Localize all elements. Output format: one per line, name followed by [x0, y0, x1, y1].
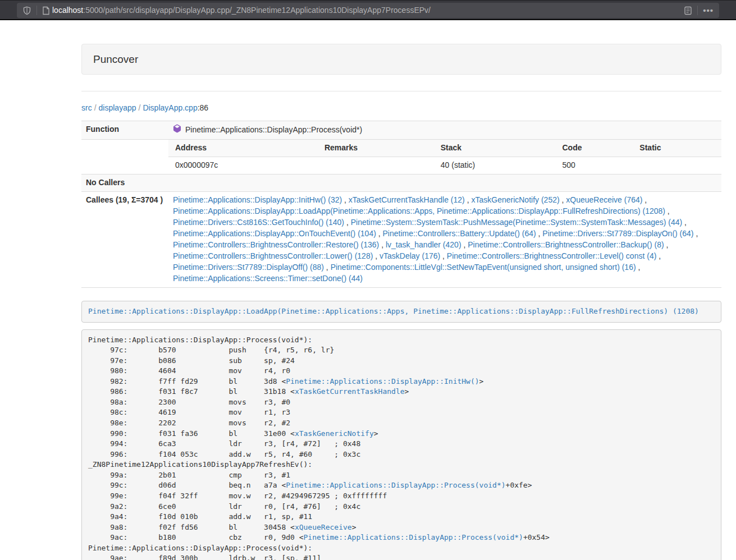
url-text[interactable]: localhost:5000/path/src/displayapp/Displ…	[52, 5, 684, 16]
callee-separator: ,	[560, 195, 566, 204]
callee-link[interactable]: Pinetime::Controllers::BrightnessControl…	[447, 251, 656, 260]
breadcrumb-line-number: :86	[198, 103, 208, 112]
function-table: Function Pinetime::Applications::Display…	[81, 121, 721, 288]
callees-cell: Pinetime::Applications::DisplayApp::Init…	[168, 192, 721, 288]
symbol-link[interactable]: xQueueReceive	[295, 523, 352, 531]
callee-link[interactable]: Pinetime::Applications::Screens::Timer::…	[173, 274, 363, 283]
callee-separator: ,	[440, 251, 447, 260]
column-header: Stack	[434, 140, 556, 157]
breadcrumb-separator: /	[92, 103, 99, 112]
callee-separator: ,	[465, 195, 472, 204]
function-label: Function	[81, 121, 168, 140]
callee-separator: ,	[342, 195, 349, 204]
url-bar[interactable]: localhost:5000/path/src/displayapp/Displ…	[17, 3, 719, 18]
page-container: Puncover src/displayapp/DisplayApp.cpp:8…	[81, 44, 721, 560]
browser-toolbar: localhost:5000/path/src/displayapp/Displ…	[0, 0, 736, 20]
callee-separator: ,	[682, 218, 687, 227]
breadcrumb-link[interactable]: displayapp	[99, 103, 136, 112]
urlbar-divider	[36, 6, 37, 15]
breadcrumb-link[interactable]: DisplayApp.cpp	[143, 103, 197, 112]
callee-link[interactable]: vTaskDelay (176)	[380, 251, 440, 260]
callee-link[interactable]: Pinetime::Controllers::BrightnessControl…	[173, 240, 379, 249]
symbol-link[interactable]: xTaskGetCurrentTaskHandle	[295, 387, 405, 396]
actions-divider	[697, 6, 698, 15]
divider	[81, 91, 721, 91]
symbol-link[interactable]: Pinetime::Applications::DisplayApp::Proc…	[286, 481, 505, 489]
callee-separator: ,	[656, 251, 661, 260]
callee-link[interactable]: Pinetime::Drivers::Cst816S::GetTouchInfo…	[173, 218, 344, 227]
callee-link[interactable]: lv_task_handler (420)	[386, 240, 461, 249]
callee-link[interactable]: Pinetime::Applications::DisplayApp::OnTo…	[173, 229, 376, 238]
callee-separator: ,	[379, 240, 386, 249]
column-header: Code	[555, 140, 633, 157]
callee-link[interactable]: Pinetime::Controllers::BrightnessControl…	[173, 251, 373, 260]
static-value	[633, 157, 721, 174]
callee-link[interactable]: Pinetime::Drivers::St7789::DisplayOn() (…	[542, 229, 693, 238]
remarks-value	[318, 157, 434, 174]
no-callers-label: No Callers	[81, 175, 168, 192]
page-icon[interactable]	[42, 6, 50, 15]
details-table: AddressRemarksStackCodeStatic 0x0000097c…	[168, 140, 721, 174]
callees-label: Callees (19, Σ=3704 )	[81, 192, 168, 288]
inner-table-header-row: AddressRemarksStackCodeStatic	[168, 140, 721, 157]
highlighted-callee-block: Pinetime::Applications::DisplayApp::Load…	[81, 301, 721, 323]
shield-icon[interactable]	[22, 6, 31, 15]
assembly-listing: Pinetime::Applications::DisplayApp::Proc…	[81, 329, 721, 560]
app-title-panel: Puncover	[81, 44, 721, 75]
callee-separator: ,	[536, 229, 543, 238]
callee-separator: ,	[373, 251, 380, 260]
callee-separator: ,	[664, 240, 669, 249]
no-callers-row: No Callers	[81, 175, 721, 192]
callee-separator: ,	[636, 263, 641, 272]
callee-separator: ,	[461, 240, 468, 249]
symbol-link[interactable]: Pinetime::Applications::DisplayApp::Init…	[286, 377, 479, 385]
callee-separator: ,	[665, 206, 670, 215]
page-title: Puncover	[93, 53, 138, 65]
breadcrumb-link[interactable]: src	[81, 103, 92, 112]
callee-separator: ,	[376, 229, 383, 238]
callee-separator: ,	[642, 195, 647, 204]
breadcrumb-separator: /	[136, 103, 143, 112]
url-host: localhost	[52, 6, 83, 15]
callee-separator: ,	[344, 218, 351, 227]
highlighted-callee-link[interactable]: Pinetime::Applications::DisplayApp::Load…	[88, 307, 699, 315]
callee-link[interactable]: Pinetime::Controllers::BrightnessControl…	[468, 240, 664, 249]
menu-dots-icon[interactable]: •••	[703, 6, 714, 15]
details-row: AddressRemarksStackCodeStatic 0x0000097c…	[81, 140, 721, 175]
reader-view-icon[interactable]	[684, 6, 692, 15]
column-header: Static	[633, 140, 721, 157]
callee-separator: ,	[324, 263, 331, 272]
callee-link[interactable]: Pinetime::Controllers::Battery::Update()…	[383, 229, 536, 238]
callee-link[interactable]: Pinetime::Drivers::St7789::DisplayOff() …	[173, 263, 324, 272]
symbol-link[interactable]: Pinetime::Applications::DisplayApp::Proc…	[304, 533, 523, 541]
column-header: Address	[168, 140, 318, 157]
callee-link[interactable]: xTaskGenericNotify (252)	[471, 195, 559, 204]
callees-row: Callees (19, Σ=3704 ) Pinetime::Applicat…	[81, 192, 721, 288]
callee-link[interactable]: Pinetime::Components::LittleVgl::SetNewT…	[331, 263, 636, 272]
address-value: 0x0000097c	[168, 157, 318, 174]
callee-link[interactable]: xTaskGetCurrentTaskHandle (12)	[349, 195, 465, 204]
url-path: :5000/path/src/displayapp/DisplayApp.cpp…	[83, 6, 431, 15]
breadcrumb: src/displayapp/DisplayApp.cpp:86	[81, 103, 721, 114]
details-data-row: 0x0000097c 40 (static) 500	[168, 157, 721, 174]
function-row: Function Pinetime::Applications::Display…	[81, 121, 721, 140]
callee-separator: ,	[694, 229, 698, 238]
callee-link[interactable]: Pinetime::System::SystemTask::PushMessag…	[351, 218, 683, 227]
column-header: Remarks	[318, 140, 434, 157]
code-value: 500	[555, 157, 633, 174]
symbol-link[interactable]: xTaskGenericNotify	[295, 429, 374, 438]
function-name: Pinetime::Applications::DisplayApp::Proc…	[185, 125, 362, 136]
package-icon	[173, 124, 181, 136]
callee-link[interactable]: Pinetime::Applications::DisplayApp::Load…	[173, 206, 665, 215]
stack-value: 40 (static)	[434, 157, 556, 174]
callee-link[interactable]: xQueueReceive (764)	[566, 195, 642, 204]
callee-link[interactable]: Pinetime::Applications::DisplayApp::Init…	[173, 195, 342, 204]
